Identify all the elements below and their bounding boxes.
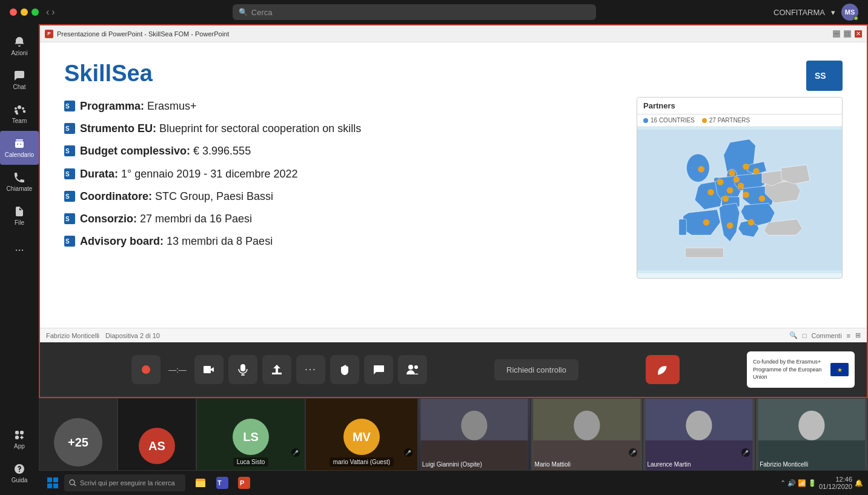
- legend-dot-1: [702, 118, 707, 123]
- taskbar-notification[interactable]: 🔔: [855, 479, 863, 487]
- svg-point-64: [686, 411, 712, 440]
- participant-tile-ls: LS Luca Sisto 🎤: [196, 398, 305, 471]
- europe-map: Partners 16 COUNTRIES 27 PARTNERS: [637, 97, 843, 279]
- taskbar-search[interactable]: Scrivi qui per eseguire la ricerca: [64, 474, 185, 491]
- restore-window[interactable]: □: [844, 30, 851, 38]
- sidebar-item-team[interactable]: Team: [0, 97, 39, 131]
- ppt-icon: P: [45, 30, 53, 38]
- slide-item-text-4: Coordinatore: STC Group, Paesi Bassi: [80, 189, 273, 204]
- share-icon: [271, 364, 283, 375]
- video-button[interactable]: [194, 355, 224, 384]
- sidebar-item-guida[interactable]: Guida: [0, 456, 39, 490]
- skillsea-bullet-5: S: [64, 213, 75, 224]
- close-window[interactable]: ✕: [855, 30, 862, 38]
- more-button[interactable]: ···: [296, 355, 325, 384]
- sidebar-item-file[interactable]: File: [0, 199, 39, 233]
- chat-button[interactable]: [364, 355, 393, 384]
- request-control-button[interactable]: Richiedi controllo: [494, 359, 578, 380]
- svg-point-53: [408, 365, 413, 370]
- grid-icon: ⊞: [855, 331, 861, 339]
- forward-icon[interactable]: ›: [51, 7, 55, 18]
- svg-text:S: S: [65, 148, 70, 154]
- slide-item-text-1: Strumento EU: Blueprint for sectoral coo…: [80, 121, 361, 136]
- mic-mv: 🎤: [404, 448, 412, 457]
- mic-button[interactable]: [228, 355, 257, 384]
- window-titlebar: P Presentazione di PowerPoint - SkillSea…: [40, 25, 867, 42]
- phone-icon: [13, 171, 25, 184]
- share-button[interactable]: [262, 355, 291, 384]
- slide-left: SkillSea S Programma: Erasmus+: [64, 61, 631, 310]
- chat-icon: [13, 70, 25, 82]
- taskbar-date: 01/12/2020: [819, 483, 852, 490]
- slide-item-text-6: Advisory board: 13 membri da 8 Paesi: [80, 234, 273, 249]
- participant-tile-as: AS: [118, 398, 196, 471]
- record-button[interactable]: [131, 355, 161, 384]
- video-placeholder-lm: [643, 399, 755, 470]
- minimize-button[interactable]: [21, 8, 28, 16]
- sidebar-item-azioni[interactable]: Azioni: [0, 29, 39, 63]
- sidebar-item-app[interactable]: App: [0, 422, 39, 456]
- avatar-ls: LS: [233, 419, 269, 455]
- eu-flag-svg: ★: [831, 364, 848, 376]
- taskbar-teams[interactable]: T: [212, 473, 233, 493]
- window-controls[interactable]: ─ □ ✕: [833, 30, 862, 38]
- dropdown-icon: ▾: [831, 8, 835, 17]
- sidebar-item-more[interactable]: ···: [0, 233, 39, 267]
- file-icon: [13, 205, 25, 218]
- svg-rect-76: [196, 481, 205, 487]
- search-placeholder: Cerca: [251, 8, 273, 17]
- svg-rect-23: [679, 219, 687, 235]
- presence-dot: [853, 16, 858, 21]
- svg-point-39: [727, 187, 734, 194]
- name-lm: Laurence Martin: [647, 461, 751, 468]
- meeting-controls: —:—: [40, 342, 867, 397]
- slide-item-2: S Budget complessivo: € 3.996.555: [64, 144, 618, 159]
- erasmus-badge: Co-funded by the Erasmus+ Programme of t…: [747, 351, 855, 388]
- close-button[interactable]: [10, 8, 17, 16]
- svg-point-40: [733, 176, 740, 183]
- svg-marker-35: [781, 165, 810, 184]
- maximize-button[interactable]: [31, 8, 39, 16]
- raise-hand-button[interactable]: [330, 355, 359, 384]
- fit-icon: □: [803, 332, 807, 339]
- taskbar-app-icons: T P: [190, 473, 254, 493]
- participant-tile-mm: Mario Mattioli 🎤: [531, 398, 643, 471]
- back-icon[interactable]: ‹: [46, 7, 49, 18]
- name-mm: Mario Mattioli: [535, 461, 639, 468]
- app-icon: [13, 429, 25, 441]
- chat-bubble-icon: [373, 364, 385, 375]
- titlebar-left: ‹ ›: [10, 7, 55, 18]
- end-call-button[interactable]: [646, 355, 680, 384]
- name-fm: Fabrizio Monticelli: [760, 461, 864, 468]
- titlebar-right: CONFITARMA ▾ MS: [774, 4, 858, 21]
- svg-point-58: [461, 411, 487, 440]
- zoom-icon: 🔍: [789, 331, 798, 339]
- windows-start-button[interactable]: [44, 474, 62, 492]
- user-avatar[interactable]: MS: [841, 4, 858, 21]
- hand-icon: [339, 364, 350, 376]
- taskbar-icons: ⌃ 🔊 📶 🔋: [780, 479, 817, 487]
- minimize-window[interactable]: ─: [833, 30, 840, 38]
- teams-icon: T: [216, 477, 228, 489]
- slide-item-text-2: Budget complessivo: € 3.996.555: [80, 144, 251, 159]
- participants-button[interactable]: [398, 355, 427, 384]
- calendar-icon: [13, 138, 25, 150]
- app-name: CONFITARMA: [774, 8, 825, 17]
- legend-label-1: 27 PARTNERS: [709, 117, 750, 124]
- bell-icon: [13, 36, 25, 48]
- svg-point-54: [414, 365, 418, 369]
- search-bar[interactable]: 🔍 Cerca: [233, 4, 596, 20]
- window-title-text: Presentazione di PowerPoint - SkillSea F…: [57, 30, 229, 38]
- erasmus-text: Co-funded by the Erasmus+ Programme of t…: [753, 358, 826, 381]
- sidebar-label-azioni: Azioni: [11, 50, 27, 56]
- slide-item-6: S Advisory board: 13 membri da 8 Paesi: [64, 234, 618, 249]
- svg-rect-70: [53, 477, 58, 482]
- sidebar-item-calendario[interactable]: Calendario: [0, 131, 39, 165]
- name-ls: Luca Sisto: [233, 457, 269, 467]
- sidebar-item-chat[interactable]: Chat: [0, 63, 39, 97]
- eu-flag: ★: [830, 363, 849, 376]
- taskbar-explorer[interactable]: [190, 473, 211, 493]
- sidebar-item-chiamate[interactable]: Chiamate: [0, 165, 39, 199]
- taskbar-powerpoint[interactable]: P: [234, 473, 254, 493]
- slide-owner: Fabrizio Monticelli: [46, 332, 99, 339]
